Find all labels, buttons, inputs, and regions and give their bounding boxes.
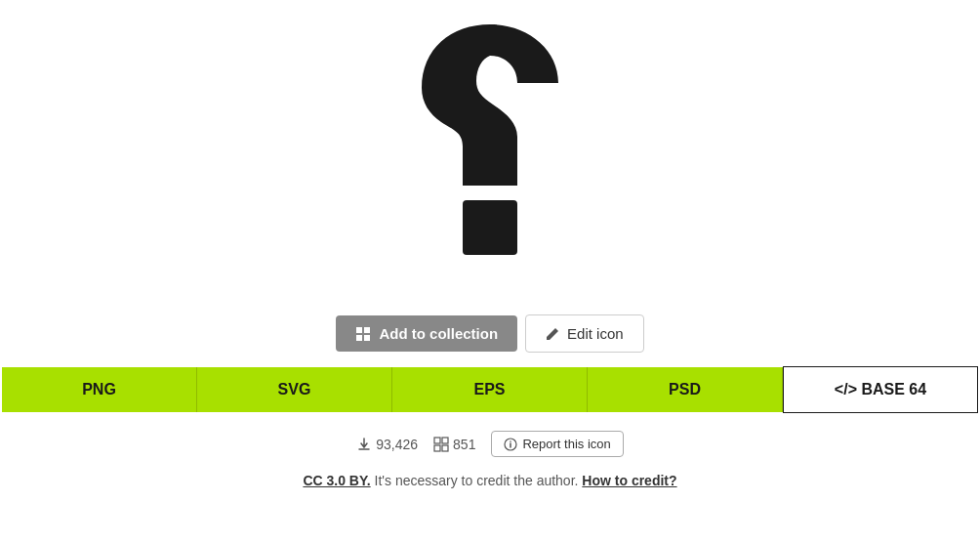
svg-rect-3 bbox=[356, 335, 362, 341]
download-psd-button[interactable]: PSD bbox=[588, 367, 783, 412]
svg-rect-2 bbox=[364, 327, 370, 333]
download-png-button[interactable]: PNG bbox=[2, 367, 197, 412]
downloads-stat: 93,426 bbox=[356, 437, 418, 452]
svg-rect-7 bbox=[442, 438, 448, 443]
pencil-icon bbox=[546, 327, 559, 341]
svg-rect-8 bbox=[434, 445, 440, 451]
question-mark-icon bbox=[392, 15, 588, 288]
download-svg-button[interactable]: SVG bbox=[197, 367, 392, 412]
collection-icon bbox=[355, 326, 371, 342]
svg-rect-4 bbox=[364, 335, 370, 341]
download-eps-button[interactable]: EPS bbox=[392, 367, 588, 412]
edit-icon-button[interactable]: Edit icon bbox=[525, 314, 644, 353]
action-buttons-row: Add to collection Edit icon bbox=[336, 314, 643, 353]
download-buttons-row: PNG SVG EPS PSD </> BASE 64 bbox=[0, 366, 980, 413]
license-label: CC 3.0 BY. bbox=[303, 473, 370, 488]
svg-rect-0 bbox=[463, 200, 517, 255]
icon-preview-area bbox=[0, 0, 980, 303]
info-circle-icon bbox=[504, 438, 517, 451]
collections-stat-icon bbox=[433, 437, 449, 452]
credit-text-row: CC 3.0 BY. It's necessary to credit the … bbox=[303, 473, 676, 488]
how-to-credit-link[interactable]: How to credit? bbox=[582, 473, 676, 488]
download-stat-icon bbox=[356, 437, 372, 452]
svg-rect-1 bbox=[356, 327, 362, 333]
download-base64-button[interactable]: </> BASE 64 bbox=[783, 366, 978, 413]
report-icon-button[interactable]: Report this icon bbox=[491, 431, 623, 457]
add-to-collection-button[interactable]: Add to collection bbox=[336, 315, 517, 352]
credit-description: It's necessary to credit the author. bbox=[371, 473, 579, 488]
svg-point-12 bbox=[510, 440, 512, 442]
collections-stat: 851 bbox=[433, 437, 475, 452]
svg-rect-9 bbox=[442, 445, 448, 451]
stats-report-row: 93,426 851 Report this icon bbox=[356, 431, 624, 457]
svg-rect-6 bbox=[434, 438, 440, 443]
